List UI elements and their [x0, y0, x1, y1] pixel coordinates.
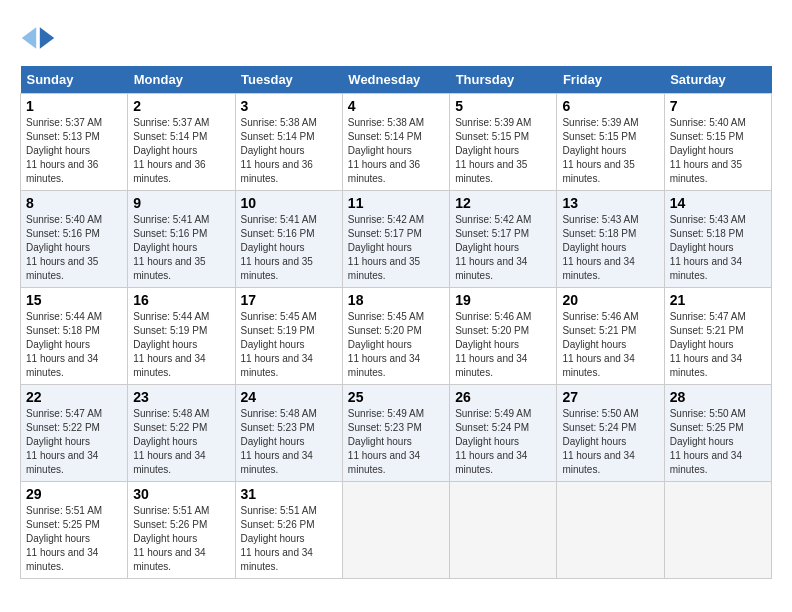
logo	[20, 20, 60, 56]
calendar-day-cell: 30 Sunrise: 5:51 AMSunset: 5:26 PMDaylig…	[128, 482, 235, 579]
calendar-day-cell: 21 Sunrise: 5:47 AMSunset: 5:21 PMDaylig…	[664, 288, 771, 385]
calendar-day-cell: 1 Sunrise: 5:37 AMSunset: 5:13 PMDayligh…	[21, 94, 128, 191]
calendar-day-cell: 28 Sunrise: 5:50 AMSunset: 5:25 PMDaylig…	[664, 385, 771, 482]
day-info: Sunrise: 5:50 AMSunset: 5:24 PMDaylight …	[562, 408, 638, 475]
day-number: 23	[133, 389, 229, 405]
day-number: 4	[348, 98, 444, 114]
calendar-day-cell	[557, 482, 664, 579]
day-info: Sunrise: 5:51 AMSunset: 5:26 PMDaylight …	[241, 505, 317, 572]
calendar-day-cell: 23 Sunrise: 5:48 AMSunset: 5:22 PMDaylig…	[128, 385, 235, 482]
day-info: Sunrise: 5:45 AMSunset: 5:19 PMDaylight …	[241, 311, 317, 378]
day-number: 5	[455, 98, 551, 114]
svg-marker-1	[22, 27, 36, 49]
calendar-day-cell: 9 Sunrise: 5:41 AMSunset: 5:16 PMDayligh…	[128, 191, 235, 288]
weekday-header-monday: Monday	[128, 66, 235, 94]
calendar-day-cell: 20 Sunrise: 5:46 AMSunset: 5:21 PMDaylig…	[557, 288, 664, 385]
calendar-day-cell: 2 Sunrise: 5:37 AMSunset: 5:14 PMDayligh…	[128, 94, 235, 191]
calendar-day-cell: 10 Sunrise: 5:41 AMSunset: 5:16 PMDaylig…	[235, 191, 342, 288]
day-number: 7	[670, 98, 766, 114]
day-number: 30	[133, 486, 229, 502]
calendar-week-row: 22 Sunrise: 5:47 AMSunset: 5:22 PMDaylig…	[21, 385, 772, 482]
calendar-day-cell: 7 Sunrise: 5:40 AMSunset: 5:15 PMDayligh…	[664, 94, 771, 191]
day-number: 15	[26, 292, 122, 308]
calendar-week-row: 15 Sunrise: 5:44 AMSunset: 5:18 PMDaylig…	[21, 288, 772, 385]
calendar-day-cell: 22 Sunrise: 5:47 AMSunset: 5:22 PMDaylig…	[21, 385, 128, 482]
calendar-day-cell: 24 Sunrise: 5:48 AMSunset: 5:23 PMDaylig…	[235, 385, 342, 482]
day-info: Sunrise: 5:44 AMSunset: 5:18 PMDaylight …	[26, 311, 102, 378]
day-info: Sunrise: 5:46 AMSunset: 5:20 PMDaylight …	[455, 311, 531, 378]
day-number: 2	[133, 98, 229, 114]
day-info: Sunrise: 5:39 AMSunset: 5:15 PMDaylight …	[562, 117, 638, 184]
day-number: 11	[348, 195, 444, 211]
calendar-day-cell: 25 Sunrise: 5:49 AMSunset: 5:23 PMDaylig…	[342, 385, 449, 482]
day-info: Sunrise: 5:49 AMSunset: 5:23 PMDaylight …	[348, 408, 424, 475]
day-info: Sunrise: 5:44 AMSunset: 5:19 PMDaylight …	[133, 311, 209, 378]
day-number: 17	[241, 292, 337, 308]
day-info: Sunrise: 5:47 AMSunset: 5:21 PMDaylight …	[670, 311, 746, 378]
calendar-day-cell: 13 Sunrise: 5:43 AMSunset: 5:18 PMDaylig…	[557, 191, 664, 288]
day-info: Sunrise: 5:48 AMSunset: 5:22 PMDaylight …	[133, 408, 209, 475]
day-info: Sunrise: 5:51 AMSunset: 5:25 PMDaylight …	[26, 505, 102, 572]
day-number: 26	[455, 389, 551, 405]
calendar-day-cell: 11 Sunrise: 5:42 AMSunset: 5:17 PMDaylig…	[342, 191, 449, 288]
weekday-header-sunday: Sunday	[21, 66, 128, 94]
logo-icon	[20, 20, 56, 56]
weekday-header-saturday: Saturday	[664, 66, 771, 94]
calendar-day-cell: 19 Sunrise: 5:46 AMSunset: 5:20 PMDaylig…	[450, 288, 557, 385]
day-info: Sunrise: 5:39 AMSunset: 5:15 PMDaylight …	[455, 117, 531, 184]
weekday-header-wednesday: Wednesday	[342, 66, 449, 94]
calendar-day-cell: 3 Sunrise: 5:38 AMSunset: 5:14 PMDayligh…	[235, 94, 342, 191]
day-info: Sunrise: 5:42 AMSunset: 5:17 PMDaylight …	[455, 214, 531, 281]
day-info: Sunrise: 5:38 AMSunset: 5:14 PMDaylight …	[348, 117, 424, 184]
svg-marker-0	[40, 27, 54, 49]
calendar-day-cell: 15 Sunrise: 5:44 AMSunset: 5:18 PMDaylig…	[21, 288, 128, 385]
day-number: 9	[133, 195, 229, 211]
calendar-table: SundayMondayTuesdayWednesdayThursdayFrid…	[20, 66, 772, 579]
day-number: 3	[241, 98, 337, 114]
calendar-day-cell: 27 Sunrise: 5:50 AMSunset: 5:24 PMDaylig…	[557, 385, 664, 482]
day-info: Sunrise: 5:41 AMSunset: 5:16 PMDaylight …	[241, 214, 317, 281]
calendar-day-cell: 12 Sunrise: 5:42 AMSunset: 5:17 PMDaylig…	[450, 191, 557, 288]
calendar-day-cell: 4 Sunrise: 5:38 AMSunset: 5:14 PMDayligh…	[342, 94, 449, 191]
calendar-week-row: 8 Sunrise: 5:40 AMSunset: 5:16 PMDayligh…	[21, 191, 772, 288]
day-info: Sunrise: 5:40 AMSunset: 5:15 PMDaylight …	[670, 117, 746, 184]
weekday-header-tuesday: Tuesday	[235, 66, 342, 94]
day-number: 20	[562, 292, 658, 308]
weekday-header-row: SundayMondayTuesdayWednesdayThursdayFrid…	[21, 66, 772, 94]
day-info: Sunrise: 5:45 AMSunset: 5:20 PMDaylight …	[348, 311, 424, 378]
day-number: 25	[348, 389, 444, 405]
day-info: Sunrise: 5:40 AMSunset: 5:16 PMDaylight …	[26, 214, 102, 281]
calendar-day-cell	[450, 482, 557, 579]
day-number: 6	[562, 98, 658, 114]
calendar-day-cell	[342, 482, 449, 579]
day-number: 22	[26, 389, 122, 405]
calendar-week-row: 29 Sunrise: 5:51 AMSunset: 5:25 PMDaylig…	[21, 482, 772, 579]
day-info: Sunrise: 5:38 AMSunset: 5:14 PMDaylight …	[241, 117, 317, 184]
day-info: Sunrise: 5:42 AMSunset: 5:17 PMDaylight …	[348, 214, 424, 281]
day-number: 27	[562, 389, 658, 405]
day-number: 14	[670, 195, 766, 211]
day-number: 19	[455, 292, 551, 308]
day-info: Sunrise: 5:37 AMSunset: 5:13 PMDaylight …	[26, 117, 102, 184]
day-number: 8	[26, 195, 122, 211]
day-info: Sunrise: 5:47 AMSunset: 5:22 PMDaylight …	[26, 408, 102, 475]
calendar-week-row: 1 Sunrise: 5:37 AMSunset: 5:13 PMDayligh…	[21, 94, 772, 191]
calendar-day-cell: 6 Sunrise: 5:39 AMSunset: 5:15 PMDayligh…	[557, 94, 664, 191]
day-number: 10	[241, 195, 337, 211]
calendar-day-cell: 18 Sunrise: 5:45 AMSunset: 5:20 PMDaylig…	[342, 288, 449, 385]
day-info: Sunrise: 5:50 AMSunset: 5:25 PMDaylight …	[670, 408, 746, 475]
day-info: Sunrise: 5:37 AMSunset: 5:14 PMDaylight …	[133, 117, 209, 184]
day-info: Sunrise: 5:43 AMSunset: 5:18 PMDaylight …	[670, 214, 746, 281]
calendar-day-cell	[664, 482, 771, 579]
calendar-day-cell: 8 Sunrise: 5:40 AMSunset: 5:16 PMDayligh…	[21, 191, 128, 288]
day-info: Sunrise: 5:49 AMSunset: 5:24 PMDaylight …	[455, 408, 531, 475]
day-info: Sunrise: 5:41 AMSunset: 5:16 PMDaylight …	[133, 214, 209, 281]
day-info: Sunrise: 5:46 AMSunset: 5:21 PMDaylight …	[562, 311, 638, 378]
day-number: 13	[562, 195, 658, 211]
weekday-header-thursday: Thursday	[450, 66, 557, 94]
calendar-day-cell: 26 Sunrise: 5:49 AMSunset: 5:24 PMDaylig…	[450, 385, 557, 482]
day-number: 28	[670, 389, 766, 405]
calendar-day-cell: 29 Sunrise: 5:51 AMSunset: 5:25 PMDaylig…	[21, 482, 128, 579]
day-number: 18	[348, 292, 444, 308]
calendar-day-cell: 17 Sunrise: 5:45 AMSunset: 5:19 PMDaylig…	[235, 288, 342, 385]
